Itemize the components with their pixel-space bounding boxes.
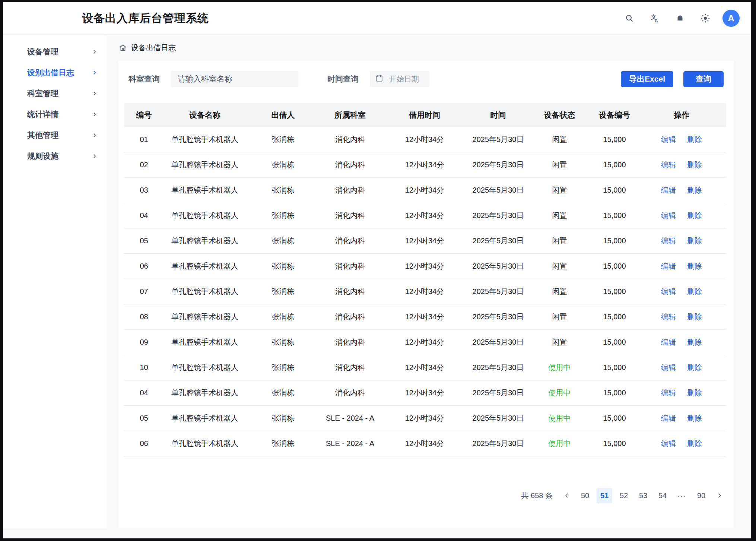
edit-link[interactable]: 编辑 [661, 160, 676, 170]
edit-link[interactable]: 编辑 [661, 135, 676, 145]
table-row: 05 单孔腔镜手术机器人 张润栋 SLE - 2024 - A 12小时34分 … [124, 406, 726, 431]
cell-borrow-duration: 12小时34分 [380, 312, 469, 322]
sidebar-item-4[interactable]: 其他管理 [3, 125, 107, 146]
cell-device-code: 15,000 [592, 389, 637, 397]
edit-link[interactable]: 编辑 [661, 388, 676, 398]
table-body: 01 单孔腔镜手术机器人 张润栋 消化内科 12小时34分 2025年5月30日… [124, 127, 726, 456]
page-number-button[interactable]: 50 [577, 488, 593, 503]
edit-link[interactable]: 编辑 [661, 439, 676, 449]
page-number-button[interactable]: 90 [693, 488, 709, 503]
cell-date: 2025年5月30日 [469, 363, 527, 373]
start-date-picker[interactable] [370, 71, 429, 87]
cell-actions: 编辑 删除 [637, 312, 726, 322]
edit-link[interactable]: 编辑 [661, 413, 676, 423]
cell-status: 使用中 [527, 388, 592, 398]
table-row: 03 单孔腔镜手术机器人 张润栋 消化内科 12小时34分 2025年5月30日… [124, 178, 726, 203]
prev-page-button[interactable] [560, 488, 574, 503]
cell-lender: 张润栋 [246, 185, 320, 195]
cell-department: 消化内科 [320, 312, 380, 322]
cell-id: 06 [124, 439, 164, 448]
edit-link[interactable]: 编辑 [661, 312, 676, 322]
cell-id: 07 [124, 287, 164, 296]
cell-id: 03 [124, 186, 164, 194]
chevron-right-icon [92, 47, 97, 56]
cell-department: SLE - 2024 - A [320, 439, 380, 448]
edit-link[interactable]: 编辑 [661, 287, 676, 297]
start-date-input[interactable] [389, 75, 426, 83]
sidebar-item-2[interactable]: 科室管理 [3, 83, 107, 104]
sidebar-item-label: 统计详情 [27, 109, 58, 120]
delete-link[interactable]: 删除 [687, 261, 702, 271]
cell-borrow-duration: 12小时34分 [380, 211, 469, 221]
header-actions: 文 A [621, 10, 751, 27]
sidebar-item-1[interactable]: 设别出借日志 [3, 62, 107, 83]
delete-link[interactable]: 删除 [687, 337, 702, 347]
delete-link[interactable]: 删除 [687, 312, 702, 322]
delete-link[interactable]: 删除 [687, 413, 702, 423]
edit-link[interactable]: 编辑 [661, 185, 676, 195]
cell-status: 使用中 [527, 413, 592, 423]
language-button[interactable]: 文 A [647, 10, 663, 26]
delete-link[interactable]: 删除 [687, 363, 702, 373]
delete-link[interactable]: 删除 [687, 439, 702, 449]
svg-text:A: A [655, 18, 658, 23]
page-number-button[interactable]: 51 [597, 488, 612, 503]
cell-device-name: 单孔腔镜手术机器人 [164, 312, 246, 322]
page-number-button[interactable]: 54 [655, 488, 670, 503]
page-number-button[interactable]: 52 [616, 488, 632, 503]
cell-device-name: 单孔腔镜手术机器人 [164, 388, 246, 398]
cell-id: 01 [124, 135, 164, 144]
page-buttons: 5051525354···90 [577, 488, 709, 503]
edit-link[interactable]: 编辑 [661, 337, 676, 347]
edit-link[interactable]: 编辑 [661, 261, 676, 271]
notifications-button[interactable] [672, 10, 688, 26]
export-excel-button[interactable]: 导出Excel [621, 71, 673, 87]
cell-actions: 编辑 删除 [637, 337, 726, 347]
dept-search-input[interactable] [171, 71, 298, 87]
sidebar-item-5[interactable]: 规则设施 [3, 146, 107, 167]
cell-borrow-duration: 12小时34分 [380, 413, 469, 423]
cell-actions: 编辑 删除 [637, 236, 726, 246]
breadcrumb[interactable]: 设备出借日志 [118, 41, 734, 54]
cell-status: 闲置 [527, 185, 592, 195]
cell-device-code: 15,000 [592, 439, 637, 448]
cell-device-name: 单孔腔镜手术机器人 [164, 185, 246, 195]
edit-link[interactable]: 编辑 [661, 236, 676, 246]
delete-link[interactable]: 删除 [687, 236, 702, 246]
delete-link[interactable]: 删除 [687, 388, 702, 398]
filter-bar: 科室查询 时间查询 导出Ex [118, 61, 734, 87]
cell-device-code: 15,000 [592, 186, 637, 194]
cell-id: 04 [124, 389, 164, 397]
delete-link[interactable]: 删除 [687, 211, 702, 221]
theme-button[interactable] [697, 10, 714, 26]
sidebar-item-0[interactable]: 设备管理 [3, 41, 107, 62]
delete-link[interactable]: 删除 [687, 160, 702, 170]
next-page-button[interactable] [713, 488, 726, 503]
edit-link[interactable]: 编辑 [661, 363, 676, 373]
delete-link[interactable]: 删除 [687, 287, 702, 297]
cell-department: 消化内科 [320, 261, 380, 271]
delete-link[interactable]: 删除 [687, 135, 702, 145]
cell-borrow-duration: 12小时34分 [380, 160, 469, 170]
cell-date: 2025年5月30日 [469, 388, 527, 398]
column-header: 设备状态 [527, 110, 592, 120]
log-card: 科室查询 时间查询 导出Ex [118, 61, 734, 528]
column-header: 操作 [637, 110, 726, 120]
sidebar-item-3[interactable]: 统计详情 [3, 104, 107, 125]
search-button[interactable] [621, 10, 638, 26]
main-panel: 设备出借日志 科室查询 时间查询 [107, 35, 751, 528]
cell-status: 闲置 [527, 160, 592, 170]
pagination-total: 共 658 条 [521, 491, 553, 501]
query-button[interactable]: 查询 [683, 71, 724, 87]
sidebar-menu: 设备管理 设别出借日志 科室管理 统计详情 其他管理 规则设施 [3, 35, 107, 528]
bell-icon [676, 14, 684, 23]
pagination: 共 658 条 5051525354···90 [118, 488, 726, 503]
cell-actions: 编辑 删除 [637, 211, 726, 221]
edit-link[interactable]: 编辑 [661, 211, 676, 221]
page-number-button[interactable]: 53 [635, 488, 651, 503]
cell-actions: 编辑 删除 [637, 413, 726, 423]
user-avatar[interactable]: A [722, 10, 740, 27]
delete-link[interactable]: 删除 [687, 185, 702, 195]
sidebar-item-label: 规则设施 [27, 151, 58, 161]
cell-borrow-duration: 12小时34分 [380, 185, 469, 195]
